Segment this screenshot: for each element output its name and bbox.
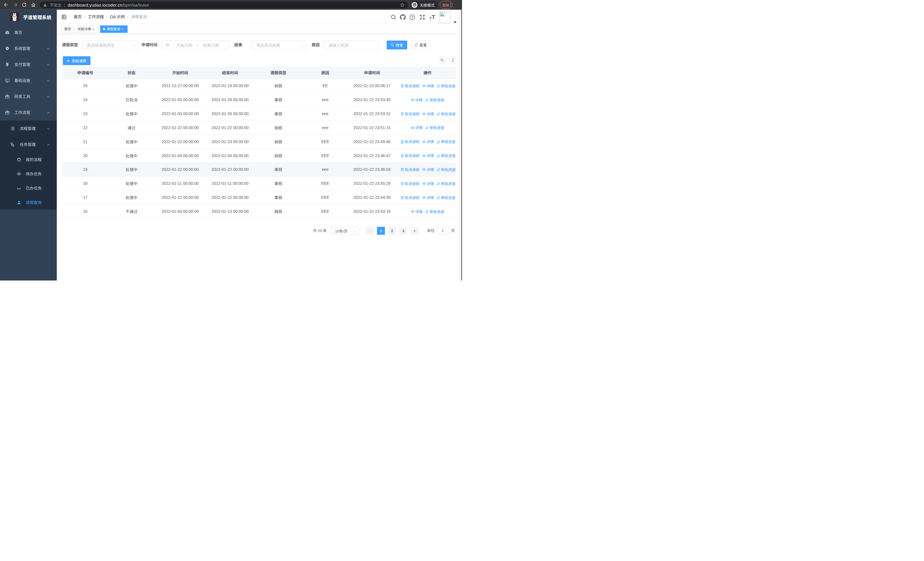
svg-text:?: ?: [411, 15, 413, 19]
